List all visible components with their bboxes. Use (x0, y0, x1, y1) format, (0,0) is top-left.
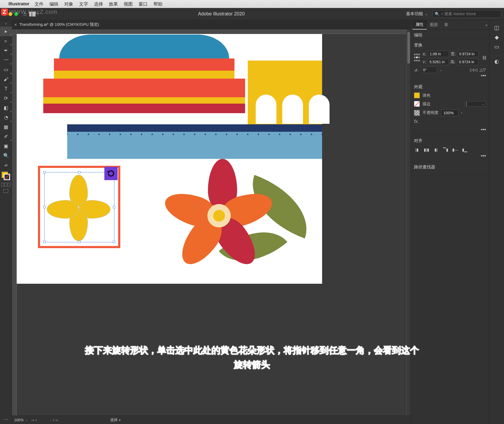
more-options-icon[interactable]: ••• (481, 127, 486, 133)
rotate-tool[interactable]: ⟳ (0, 94, 12, 103)
zoom-value[interactable]: 100% (14, 418, 24, 422)
chevron-down-icon[interactable]: ⌄ (25, 418, 27, 421)
expand-panel-icon[interactable]: » (485, 23, 488, 27)
last-icon[interactable]: ▸| (56, 418, 58, 422)
shape-builder-tool[interactable]: ◔ (0, 113, 12, 122)
gradient-tool[interactable]: ▦ (0, 122, 12, 132)
h-input[interactable]: 0.9724 in (457, 59, 479, 65)
menu-object[interactable]: 对象 (64, 1, 73, 7)
rotate-cursor-icon (104, 167, 118, 180)
fill-swatch[interactable] (414, 92, 420, 98)
zoom-tool[interactable]: 🔍 (0, 151, 12, 160)
selection-handle[interactable] (113, 206, 115, 208)
artwork-center (213, 210, 225, 222)
scrollbar-vertical[interactable] (406, 29, 411, 415)
artwork-shape (43, 97, 245, 104)
properties-panel-icon[interactable]: ◫ (494, 24, 499, 31)
edit-toolbar[interactable]: ⋯ (0, 414, 12, 424)
selection-bounding-box[interactable] (44, 172, 114, 242)
menu-effect[interactable]: 效果 (109, 1, 118, 7)
selection-handle[interactable] (78, 241, 80, 243)
type-tool[interactable]: T (0, 84, 12, 94)
menu-type[interactable]: 文字 (79, 1, 88, 7)
close-tab-icon[interactable]: ✕ (14, 23, 17, 27)
next-icon[interactable]: ▸ (53, 418, 55, 422)
menu-view[interactable]: 视图 (124, 1, 133, 7)
selection-tool[interactable]: ▸ (0, 27, 12, 36)
decrement-icon[interactable]: ▾ (465, 104, 468, 106)
chevron-down-icon[interactable]: ⌄ (440, 69, 442, 71)
menu-window[interactable]: 窗口 (139, 1, 148, 7)
menu-select[interactable]: 选择 (94, 1, 103, 7)
search-input[interactable]: 🔍 ▾ 搜索 Adobe Stock (432, 10, 501, 18)
increment-icon[interactable]: ▴ (465, 101, 468, 104)
selection-handle[interactable] (43, 206, 46, 208)
opacity-swatch[interactable] (414, 110, 420, 116)
tab-layers[interactable]: 图层 (427, 20, 441, 29)
section-pathfinder: 路径查找器 (411, 162, 489, 176)
curvature-tool[interactable]: 〰 (0, 55, 12, 65)
first-icon[interactable]: |◂ (32, 418, 34, 422)
search-chevron: ▾ (441, 12, 443, 15)
artboard-nav[interactable]: |◂ ◂ ⌄ ▸ ▸| (32, 418, 58, 422)
chevron-down-icon[interactable]: ⌄ (49, 418, 52, 422)
align-vcenter-icon[interactable]: ▮― (452, 147, 458, 152)
flip-horizontal-icon[interactable]: ▷|◁ (470, 67, 477, 72)
ruler-vertical[interactable] (12, 34, 17, 415)
libraries-panel-icon[interactable]: ▭ (494, 44, 499, 50)
align-hcenter-icon[interactable]: ▮|▮ (424, 147, 429, 152)
stroke-swatch[interactable] (4, 174, 10, 180)
tab-properties[interactable]: 属性 (412, 20, 427, 29)
app-name[interactable]: Illustrator (8, 1, 29, 7)
x-input[interactable]: 1.08 in (428, 51, 449, 57)
opacity-label: 不透明度 (422, 110, 438, 115)
reference-point-selector[interactable] (414, 54, 420, 62)
artboard-tool[interactable]: ▣ (0, 141, 12, 151)
chevron-down-icon[interactable]: ⌄ (480, 103, 486, 105)
fill-stroke-swap[interactable]: ⇄ (0, 160, 12, 170)
stroke-weight-stepper[interactable]: ▴▾ ⌄ (465, 101, 486, 107)
angle-input[interactable]: 0° (421, 67, 437, 73)
flip-vertical-icon[interactable]: △▽ (480, 67, 486, 72)
align-top-icon[interactable]: ▔▮ (443, 147, 449, 152)
selection-handle[interactable] (43, 171, 46, 173)
chevron-right-icon[interactable]: ▸ (119, 418, 121, 422)
toolbox-toggle[interactable]: » (0, 22, 12, 27)
selection-handle[interactable] (78, 171, 80, 173)
opacity-input[interactable]: 100% (441, 109, 459, 116)
canvas[interactable] (17, 34, 406, 415)
direct-selection-tool[interactable]: ▹ (0, 36, 12, 46)
w-input[interactable]: 0.9724 in (457, 51, 479, 57)
menu-file[interactable]: 文件 (35, 1, 44, 7)
rectangle-tool[interactable]: ▭ (0, 65, 12, 74)
y-input[interactable]: 5.5261 in (428, 59, 449, 65)
paintbrush-tool[interactable]: 🖌 (0, 74, 12, 84)
eyedropper-tool[interactable]: ✐ (0, 132, 12, 141)
layers-panel-icon[interactable]: ◆ (495, 34, 499, 40)
draw-mode-icons[interactable] (0, 182, 12, 188)
pen-tool[interactable]: ✒ (0, 46, 12, 55)
fx-label[interactable]: fx. (414, 119, 419, 124)
w-label: 宽: (451, 52, 456, 57)
align-bottom-icon[interactable]: ▮▁ (462, 147, 468, 152)
more-options-icon[interactable]: ••• (481, 73, 486, 79)
cc-libraries-icon[interactable]: ◐ (494, 58, 499, 65)
fill-stroke-swatches[interactable] (2, 172, 10, 180)
selection-handle[interactable] (113, 241, 115, 243)
workspace-switcher[interactable]: 基本功能 ⌄ (404, 11, 430, 17)
align-right-icon[interactable]: ▮| (433, 147, 439, 152)
chevron-right-icon[interactable]: › (461, 111, 462, 115)
eraser-tool[interactable]: ◧ (0, 103, 12, 113)
prev-icon[interactable]: ◂ (35, 418, 37, 422)
document-tab-label[interactable]: Transforming.ai* @ 100% (CMYK/GPU 预览) (19, 22, 99, 27)
menu-help[interactable]: 帮助 (153, 1, 163, 7)
constrain-proportions-icon[interactable]: ⛓ (481, 56, 488, 60)
align-left-icon[interactable]: |▮ (414, 147, 420, 152)
stroke-swatch[interactable] (414, 101, 420, 107)
screen-mode-icon[interactable] (0, 188, 12, 194)
menu-edit[interactable]: 编辑 (49, 1, 58, 7)
more-options-icon[interactable]: ••• (481, 153, 486, 159)
tab-libraries[interactable]: 库 (441, 20, 451, 29)
ruler-horizontal[interactable] (17, 29, 406, 34)
selection-handle[interactable] (43, 241, 46, 243)
